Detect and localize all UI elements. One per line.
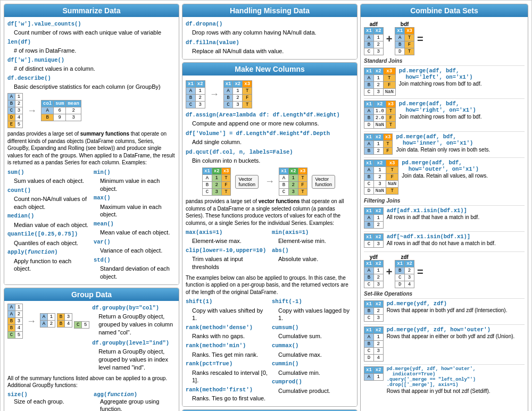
fn-apply: apply(function) xyxy=(7,249,58,255)
set-ops-label: Set-like Operations xyxy=(364,291,525,297)
vec-table-in: x1x2x3 A1T B2F C3T xyxy=(202,167,231,196)
nc-table-out: x1x2x3 A1T B2F C3T xyxy=(223,80,252,108)
functions-left: sum() Sum values of each object. count()… xyxy=(7,168,89,282)
fn-abs: abs() xyxy=(272,247,289,254)
fn-rank-pct-desc: Ranks rescaled to interval [0, 1]. xyxy=(186,369,268,385)
fn-mean-desc: Mean value of each object. xyxy=(94,229,176,237)
left-join-desc: pd.merge(adf, bdf, how='left', on='x1') … xyxy=(399,68,525,89)
fn-max-desc: Maximum value in each object. xyxy=(94,203,176,219)
group-tables-visual: A1 A2 B3 B4 C5 → A1 A2 xyxy=(7,304,89,339)
fj1-text: All rows in adf that have a match in bdf… xyxy=(387,214,525,221)
sd-table: x1x2 A1 xyxy=(364,366,384,382)
fn-cummin: cummin() xyxy=(272,360,298,367)
set-intersect-row: x1x2 B2 C3 pd.merge(ydf, zdf) Rows that … xyxy=(364,298,525,323)
left-join-row: x1x2x3 A1T B2F C3NaN pd.merge(adf, bdf, … xyxy=(364,65,525,97)
desc-qcut: Bin column into n buckets. xyxy=(186,157,354,165)
fn-rank-min-desc: Ranks. Ties get min rank. xyxy=(186,351,268,359)
vec-funcs-left: max(axis=1) Element-wise max. clip(lower… xyxy=(186,228,268,272)
mid-column: Handling Missing Data df.dropna() Drop r… xyxy=(182,4,358,411)
desc-groupby-level: Return a GroupBy object, grouped by valu… xyxy=(92,348,176,372)
summary-text: pandas provides a large set of summary f… xyxy=(7,130,176,166)
group-visual-area: A1 A2 B3 B4 C5 → A1 A2 xyxy=(7,304,176,372)
desc-value-counts: Count number of rows with each unique va… xyxy=(7,29,176,37)
fj1-desc: adf[adf.x1.isin(bdf.x1)] All rows in adf… xyxy=(387,207,525,222)
code-volume: df['Volume'] = df.Length*df.Height*df.De… xyxy=(186,130,330,137)
vec-funcs-right: min(axis=1) Element-wise min. abs() Abso… xyxy=(272,228,354,272)
code-len: len(df) xyxy=(7,39,31,45)
newcols-visual: x1x2 A1 B2 C3 → x1x2x3 A1T B2F C3T xyxy=(186,80,354,108)
right-join-desc: pd.merge(adf, bdf, how='right', on='x1')… xyxy=(399,100,525,122)
set-diff-row: x1x2 A1 pd.merge(ydf, zdf, how='outer', … xyxy=(364,364,525,396)
newcols-body: x1x2 A1 B2 C3 → x1x2x3 A1T B2F C3T xyxy=(182,76,357,406)
shift-right: shift(-1) Copy with values lagged by 1. … xyxy=(272,297,354,404)
desc-size: Size of each group. xyxy=(7,398,89,406)
si-table: x1x2 B2 C3 xyxy=(364,300,384,323)
adf-label-area: adf x1x2 A1 B2 C3 xyxy=(364,21,384,56)
code-describe: df.describe() xyxy=(7,75,51,81)
adf-table: x1x2 A1 B2 C3 xyxy=(364,27,384,55)
group-size-area: size() Size of each group. xyxy=(7,391,89,411)
sd-code: pd.merge(ydf, zdf, how='outer', indicato… xyxy=(387,366,525,388)
shift-left: shift(1) Copy with values shifted by 1. … xyxy=(186,297,268,404)
fn-quantile-desc: Quantiles of each object. xyxy=(7,239,89,247)
oj-result: x1x2x3 A1T B2F C3NaN DNaNT xyxy=(364,160,398,195)
desc-assign: Compute and append one or more new colum… xyxy=(186,120,354,128)
ij-result: x1x2x3 A1T B2F xyxy=(364,133,393,155)
fn-cumsum: cumsum() xyxy=(272,324,298,331)
inner-join-desc: pd.merge(adf, bdf, how='inner', on='x1')… xyxy=(396,133,525,155)
code-value-counts: df['w'].value_counts() xyxy=(7,21,81,27)
combine-intro-visual: adf x1x2 A1 B2 C3 + bdf xyxy=(364,21,525,56)
si-result: x1x2 B2 C3 xyxy=(364,300,384,322)
mini-table-2: colsummean A62 B93 xyxy=(41,100,81,121)
ydf-label: ydf xyxy=(364,254,384,260)
vector-function-label: Vectorfunction xyxy=(235,175,259,189)
equals-icon-2: = xyxy=(417,266,423,278)
sd-desc: pd.merge(ydf, zdf, how='outer', indicato… xyxy=(387,366,525,396)
newcols-section: Make New Columns x1x2 A1 B2 C3 → x1x2x3 xyxy=(182,62,358,407)
lj-code: pd.merge(adf, bdf, how='left', on='x1') xyxy=(399,68,525,80)
sd-text: Rows that appear in ydf but not zdf (Set… xyxy=(387,388,525,395)
ij-code: pd.merge(adf, bdf, how='inner', on='x1') xyxy=(396,133,525,146)
fn-rank-dense-desc: Ranks with no gaps. xyxy=(186,332,268,340)
rj-result: x1x2x3 A1.0T B2.0F DNaNT xyxy=(364,100,396,129)
zdf-label: zdf xyxy=(395,254,414,260)
desc-dropna: Drop rows with any column having NA/null… xyxy=(186,29,354,37)
standard-joins-label: Standard Joins xyxy=(364,58,525,64)
group-stacked: A1 A2 B3 B4 C5 xyxy=(40,313,89,330)
vector-function-label-2: Vectorfunction xyxy=(312,175,335,189)
ij-text: Join data. Retain only rows in both sets… xyxy=(396,146,525,154)
fj2-text: All rows in adf that do not have a match… xyxy=(387,240,525,247)
code-dropna: df.dropna() xyxy=(186,21,222,27)
fn-clip: clip(lower=-10,upper=10) xyxy=(186,247,266,254)
summarize-visual: A1 B2 C3 D4 E5 → colsummean A62 B93 xyxy=(7,93,176,128)
desc-fillna: Replace all NA/null data with value. xyxy=(186,47,354,55)
fn-count: count() xyxy=(7,187,31,194)
adf-label: adf xyxy=(364,21,384,27)
fj2-result: x1x2 C3 xyxy=(364,233,384,248)
fn-std-desc: Standard deviation of each object. xyxy=(94,265,176,281)
fn-rank-pct: rank(pct=True) xyxy=(186,360,232,367)
inner-join-table: x1x2x3 A1T B2F xyxy=(364,133,393,156)
su-table: x1x2 A1 B2 C3 D4 xyxy=(364,326,384,363)
filter-join-1-row: x1x2 A1 B2 adf[adf.x1.isin(bdf.x1)] All … xyxy=(364,205,525,230)
fn-rank-dense: rank(method='dense') xyxy=(186,324,253,331)
su-text: Rows that appear in either or both ydf a… xyxy=(387,333,525,340)
zdf-label-area: zdf x1x2 B2 C3 D4 xyxy=(395,254,414,289)
fn-rank-first: rank(method='first') xyxy=(186,387,253,393)
vec-fn-box2: Vectorfunction xyxy=(310,175,337,189)
summarize-body: df['w'].value_counts() Count number of r… xyxy=(4,17,179,284)
desc-describe: Basic descriptive statistics for each co… xyxy=(7,83,176,91)
group-header: Group Data xyxy=(4,288,179,301)
lj-text: Join matching rows from bdf to adf. xyxy=(399,80,525,88)
plus-icon: + xyxy=(386,33,393,45)
group-agg-area: agg(function) Aggregate group using func… xyxy=(94,391,176,411)
right-column: Combine Data Sets adf x1x2 A1 B2 C3 xyxy=(360,4,528,411)
fn-rank-first-desc: Ranks. Ties go to first value. xyxy=(186,395,268,402)
desc-agg: Aggregate group using function. xyxy=(94,398,176,411)
fn-var-desc: Variance of each object. xyxy=(94,247,176,255)
group-t2: B3 B4 xyxy=(57,313,72,328)
fn-var: var() xyxy=(94,239,111,245)
bdf-label: bdf xyxy=(395,21,414,27)
fn-min-axis: min(axis=1) xyxy=(272,229,309,236)
code-fillna: df.fillna(value) xyxy=(186,39,239,46)
